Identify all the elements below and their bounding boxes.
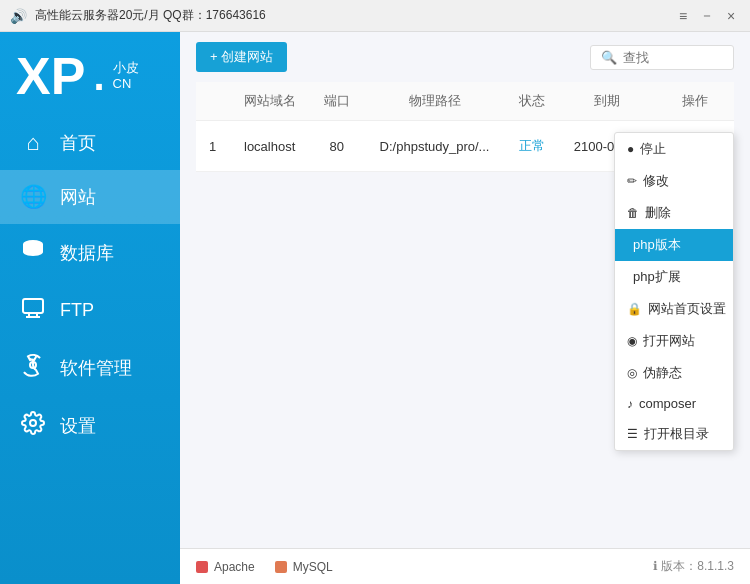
col-num: [196, 82, 229, 121]
statusbar: Apache MySQL ℹ 版本：8.1.1.3: [180, 548, 750, 584]
website-label: 网站: [60, 185, 96, 209]
cell-num: 1: [196, 121, 229, 172]
close-btn[interactable]: ×: [722, 7, 740, 25]
col-port: 端口: [310, 82, 363, 121]
col-status: 状态: [506, 82, 559, 121]
sidebar-item-home[interactable]: ⌂ 首页: [0, 116, 180, 170]
toolbar: + 创建网站 🔍: [180, 32, 750, 82]
ftp-label: FTP: [60, 300, 94, 321]
delete-icon: 🗑: [627, 206, 639, 220]
stop-icon: ●: [627, 142, 634, 156]
col-expire: 到期: [559, 82, 655, 121]
dropdown-phpext[interactable]: php扩展: [615, 261, 733, 293]
version-info: ℹ 版本：8.1.1.3: [653, 558, 734, 575]
sidebar: XP . 小皮 CN ⌂ 首页 🌐 网站 数据库 FTP: [0, 32, 180, 584]
home-icon: ⌂: [20, 130, 46, 156]
dropdown-composer[interactable]: ♪ composer: [615, 389, 733, 418]
ftp-icon: [20, 295, 46, 325]
cell-port: 80: [310, 121, 363, 172]
search-box: 🔍: [590, 45, 734, 70]
table-wrap: 网站域名 端口 物理路径 状态 到期 操作 1 localhost 80 D:/…: [180, 82, 750, 548]
phpext-label: php扩展: [633, 268, 681, 286]
search-icon: 🔍: [601, 50, 617, 65]
sidebar-item-database[interactable]: 数据库: [0, 224, 180, 281]
titlebar-text: 高性能云服务器20元/月 QQ群：176643616: [35, 7, 674, 24]
mysql-label: MySQL: [293, 560, 333, 574]
opendir-icon: ☰: [627, 427, 638, 441]
homepage-label: 网站首页设置: [648, 300, 726, 318]
opensite-label: 打开网站: [643, 332, 695, 350]
database-label: 数据库: [60, 241, 114, 265]
apache-status: Apache: [196, 560, 255, 574]
apache-dot: [196, 561, 208, 573]
window-controls: ≡ － ×: [674, 7, 740, 25]
version-icon: ℹ: [653, 559, 658, 573]
logo-xp: XP: [16, 50, 85, 102]
table-header-row: 网站域名 端口 物理路径 状态 到期 操作: [196, 82, 734, 121]
dropdown-modify[interactable]: ✏ 修改: [615, 165, 733, 197]
opendir-label: 打开根目录: [644, 425, 709, 443]
version-label: 版本：8.1.1.3: [661, 559, 734, 573]
create-website-button[interactable]: + 创建网站: [196, 42, 287, 72]
sidebar-item-software[interactable]: 软件管理: [0, 339, 180, 397]
dropdown-opendir[interactable]: ☰ 打开根目录: [615, 418, 733, 450]
delete-label: 删除: [645, 204, 671, 222]
logo-dot: .: [93, 56, 104, 96]
homepage-icon: 🔒: [627, 302, 642, 316]
opensite-icon: ◉: [627, 334, 637, 348]
cell-domain: localhost: [229, 121, 310, 172]
stop-label: 停止: [640, 140, 666, 158]
sidebar-item-settings[interactable]: 设置: [0, 397, 180, 455]
website-icon: 🌐: [20, 184, 46, 210]
dropdown-pseudo[interactable]: ◎ 伪静态: [615, 357, 733, 389]
dropdown-phpversion[interactable]: php版本: [615, 229, 733, 261]
col-path: 物理路径: [363, 82, 505, 121]
logo-cn-text: CN: [113, 76, 132, 92]
dropdown-opensite[interactable]: ◉ 打开网站: [615, 325, 733, 357]
menu-btn[interactable]: ≡: [674, 7, 692, 25]
dropdown-stop[interactable]: ● 停止: [615, 133, 733, 165]
pseudo-icon: ◎: [627, 366, 637, 380]
apache-label: Apache: [214, 560, 255, 574]
svg-rect-1: [23, 299, 43, 313]
titlebar: 🔊 高性能云服务器20元/月 QQ群：176643616 ≡ － ×: [0, 0, 750, 32]
database-icon: [20, 238, 46, 267]
software-label: 软件管理: [60, 356, 132, 380]
content-area: + 创建网站 🔍 网站域名 端口 物理路径 状态 到期 操作: [180, 32, 750, 584]
mysql-status: MySQL: [275, 560, 333, 574]
logo-small-text: 小皮: [113, 60, 139, 76]
mysql-dot: [275, 561, 287, 573]
modify-icon: ✏: [627, 174, 637, 188]
dropdown-delete[interactable]: 🗑 删除: [615, 197, 733, 229]
home-label: 首页: [60, 131, 96, 155]
speaker-icon: 🔊: [10, 8, 27, 24]
sidebar-item-website[interactable]: 🌐 网站: [0, 170, 180, 224]
dropdown-homepage[interactable]: 🔒 网站首页设置: [615, 293, 733, 325]
modify-label: 修改: [643, 172, 669, 190]
svg-point-6: [30, 420, 36, 426]
logo-area: XP . 小皮 CN: [0, 32, 180, 116]
settings-label: 设置: [60, 414, 96, 438]
phpversion-label: php版本: [633, 236, 681, 254]
cell-path: D:/phpstudy_pro/...: [363, 121, 505, 172]
settings-icon: [20, 411, 46, 441]
pseudo-label: 伪静态: [643, 364, 682, 382]
col-action: 操作: [655, 82, 734, 121]
composer-icon: ♪: [627, 397, 633, 411]
main-layout: XP . 小皮 CN ⌂ 首页 🌐 网站 数据库 FTP: [0, 32, 750, 584]
cell-status: 正常: [506, 121, 559, 172]
minimize-btn[interactable]: －: [698, 7, 716, 25]
search-input[interactable]: [623, 50, 723, 65]
col-domain: 网站域名: [229, 82, 310, 121]
composer-label: composer: [639, 396, 696, 411]
software-icon: [20, 353, 46, 383]
dropdown-menu: ● 停止 ✏ 修改 🗑 删除 php版本 php扩展: [614, 132, 734, 451]
sidebar-item-ftp[interactable]: FTP: [0, 281, 180, 339]
logo-cn-wrap: 小皮 CN: [113, 60, 139, 91]
